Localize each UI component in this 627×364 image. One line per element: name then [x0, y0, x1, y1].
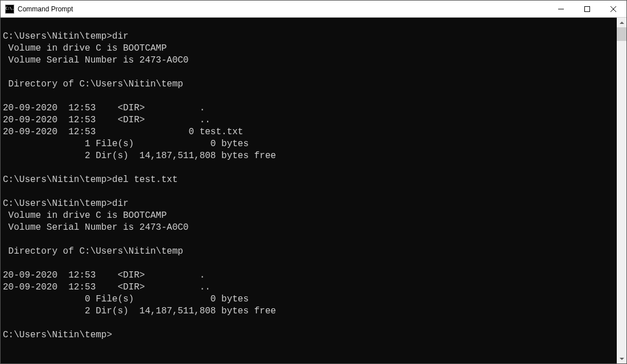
- close-button[interactable]: [600, 1, 626, 17]
- chevron-down-icon: [620, 358, 624, 360]
- close-icon: [610, 6, 616, 12]
- minimize-button[interactable]: [548, 1, 574, 17]
- chevron-up-icon: [620, 22, 624, 24]
- minimize-icon: [558, 6, 564, 12]
- scroll-track[interactable]: [617, 27, 626, 354]
- scrollbar[interactable]: [617, 18, 626, 363]
- svg-marker-5: [620, 358, 624, 360]
- scroll-up-button[interactable]: [617, 18, 626, 27]
- maximize-button[interactable]: [574, 1, 600, 17]
- app-icon: C:\.: [5, 5, 14, 14]
- svg-rect-1: [585, 6, 590, 11]
- window-controls: [548, 1, 626, 17]
- scroll-down-button[interactable]: [617, 354, 626, 363]
- terminal-container: C:\Users\Nitin\temp>dir Volume in drive …: [1, 18, 626, 363]
- maximize-icon: [584, 6, 590, 12]
- scroll-thumb[interactable]: [617, 27, 626, 41]
- svg-marker-4: [620, 22, 624, 24]
- titlebar: C:\. Command Prompt: [1, 1, 626, 18]
- window-title: Command Prompt: [18, 5, 548, 13]
- app-icon-text: C:\.: [6, 7, 14, 11]
- terminal-output[interactable]: C:\Users\Nitin\temp>dir Volume in drive …: [1, 18, 617, 363]
